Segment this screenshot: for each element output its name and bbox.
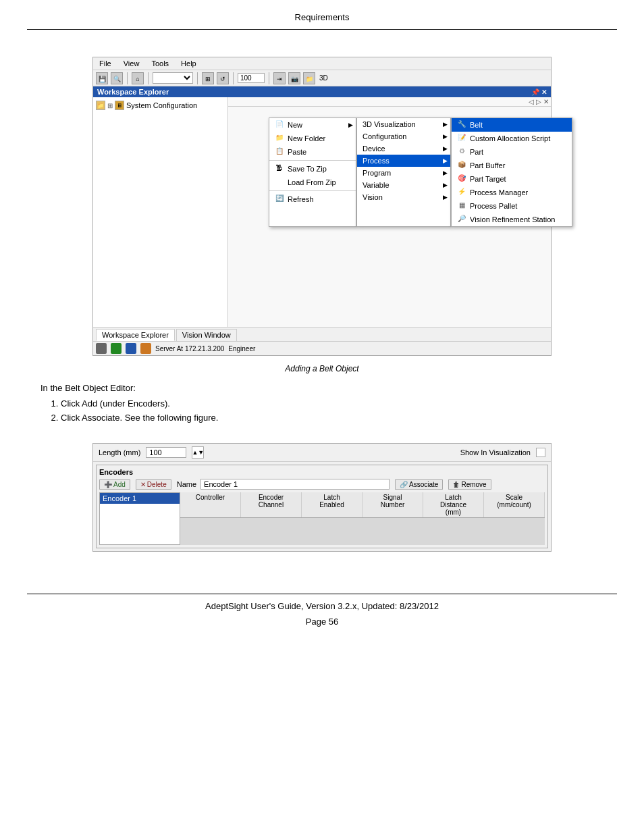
export-icon[interactable]: ⇥ [273,72,286,84]
toolbar-combo[interactable] [153,72,193,84]
we-title: Workspace Explorer [97,88,169,96]
encoders-section: Encoders ➕ Add ✕ Delete Name [96,465,548,548]
header-title: Requirements [295,12,350,22]
paste-icon: 📋 [275,147,284,157]
length-input[interactable] [146,447,186,458]
close-icon[interactable]: ✕ [541,88,547,96]
encoder-table: Controller EncoderChannel LatchEnabled S… [180,492,545,545]
toolbar-sep3 [197,72,198,84]
tab-workspace-explorer[interactable]: Workspace Explorer [96,329,175,341]
we-titlebar: Workspace Explorer 📌 ✕ [93,86,551,97]
ctx-save-zip[interactable]: 🗜 Save To Zip [269,162,356,176]
tree-expand[interactable]: ⊞ [107,102,113,109]
menu-view[interactable]: View [122,59,142,68]
savezip-icon: 🗜 [275,164,284,174]
tab-vision-window[interactable]: Vision Window [176,329,237,341]
sub1-device[interactable]: Device ▶ [357,142,450,155]
delete-button[interactable]: ✕ Delete [136,479,171,490]
add-button[interactable]: ➕ Add [99,479,130,490]
folder-icon[interactable]: 📁 [303,72,315,84]
belt-icon: 🔧 [457,120,466,130]
encoder-list: Encoder 1 [99,492,180,545]
context-menu-main: 📄 New ▶ 📁 New Folder 📋 Paste [269,118,356,227]
sub1-3dvis[interactable]: 3D Visualization ▶ [357,118,450,130]
footer-rule [27,594,617,594]
sub2-part[interactable]: ⚙ Part [452,145,572,159]
enc-table-body [180,518,545,545]
script-icon: 📝 [457,134,466,143]
loadzip-icon [275,178,284,187]
delete-icon: ✕ [140,481,146,488]
user-text: Engineer [228,345,255,353]
menu-file[interactable]: File [97,59,113,68]
sub2-parttarget[interactable]: 🎯 Part Target [452,172,572,186]
ctx-new[interactable]: 📄 New ▶ [269,118,356,132]
back-icon[interactable]: ◁ [529,98,534,105]
ctx-load-zip[interactable]: Load From Zip [269,176,356,189]
search-icon[interactable]: 🔍 [111,72,123,84]
zoom-input[interactable] [238,73,265,83]
refresh-icon: 🔄 [275,194,284,204]
body-intro: In the Belt Object Editor: [41,383,603,393]
status-icon4 [140,343,151,354]
length-spinner[interactable]: ▲▼ [192,446,204,459]
app-body: 📁 ⊞ 🖥 System Configuration ◁ ▷ ✕ [93,97,551,327]
sub2-procmgr[interactable]: ⚡ Process Manager [452,186,572,199]
encoder-list-item[interactable]: Encoder 1 [100,493,180,504]
left-panel: 📁 ⊞ 🖥 System Configuration [93,97,228,327]
sub1-vision[interactable]: Vision ▶ [357,191,450,203]
col-latch-enabled: LatchEnabled [302,492,363,517]
tree-node-icon: 🖥 [115,101,124,110]
remove-icon: 🗑 [453,481,460,488]
app-toolbar: 💾 🔍 ⌂ ⊞ ↺ ⇥ 📷 📁 3D [93,70,551,86]
ctx-new-folder[interactable]: 📁 New Folder [269,132,356,145]
screenshot1-container: File View Tools Help 💾 🔍 ⌂ ⊞ ↺ ⇥ [41,57,603,356]
col-channel: EncoderChannel [241,492,302,517]
app-tabs: Workspace Explorer Vision Window [93,327,551,341]
right-panel-toolbar: ◁ ▷ ✕ [228,97,551,107]
forward-icon[interactable]: ▷ [536,98,541,105]
remove-button[interactable]: 🗑 Remove [448,479,491,490]
sub2-belt[interactable]: 🔧 Belt [452,118,572,132]
add-icon: ➕ [104,481,112,488]
col-scale: Scale(mm/count) [484,492,545,517]
partbuf-icon: 📦 [457,161,466,170]
sub2-cas[interactable]: 📝 Custom Allocation Script [452,132,572,145]
toolbar-sep4 [233,72,234,84]
right-panel: ◁ ▷ ✕ 📄 New ▶ [228,97,551,327]
ctx-sep1 [269,160,356,161]
toolbar-sep5 [269,72,269,84]
sub2-procpallet[interactable]: ▦ Process Pallet [452,199,572,213]
sub1-config[interactable]: Configuration ▶ [357,130,450,142]
rotate-icon[interactable]: ↺ [217,72,229,84]
menu-tools[interactable]: Tools [149,59,171,68]
context-menu-sub1: 3D Visualization ▶ Configuration ▶ Devic… [356,118,451,227]
screenshot2-container: Length (mm) ▲▼ Show In Visualization Enc… [41,436,603,552]
arrow-config: ▶ [443,133,448,140]
grid-icon[interactable]: ⊞ [202,72,214,84]
camera-icon[interactable]: 📷 [288,72,300,84]
rp-close-icon[interactable]: ✕ [543,98,549,105]
save-icon[interactable]: 💾 [96,72,108,84]
tree-root: 📁 ⊞ 🖥 System Configuration [96,100,225,111]
image-caption: Adding a Belt Object [41,364,603,373]
page-number: Page 56 [0,617,644,627]
sub1-program[interactable]: Program ▶ [357,167,450,179]
sub2-vrs[interactable]: 🔎 Vision Refinement Station [452,213,572,226]
step-1: Click Add (under Encoders). [61,398,603,409]
associate-button[interactable]: 🔗 Associate [395,479,443,490]
ctx-refresh[interactable]: 🔄 Refresh [269,192,356,206]
home-icon[interactable]: ⌂ [132,72,144,84]
show-viz-checkbox[interactable] [536,448,545,457]
menu-help[interactable]: Help [179,59,198,68]
sub1-process[interactable]: Process ▶ [357,155,450,167]
sub1-variable[interactable]: Variable ▶ [357,179,450,191]
name-input[interactable] [200,479,390,490]
arrow-variable: ▶ [443,182,448,188]
ctx-paste[interactable]: 📋 Paste [269,145,356,159]
sub2-partbuf[interactable]: 📦 Part Buffer [452,159,572,172]
col-controller: Controller [180,492,241,517]
pin-icon[interactable]: 📌 [531,88,539,96]
server-text: Server At 172.21.3.200 [155,345,224,353]
steps-list: Click Add (under Encoders). Click Associ… [61,398,603,423]
